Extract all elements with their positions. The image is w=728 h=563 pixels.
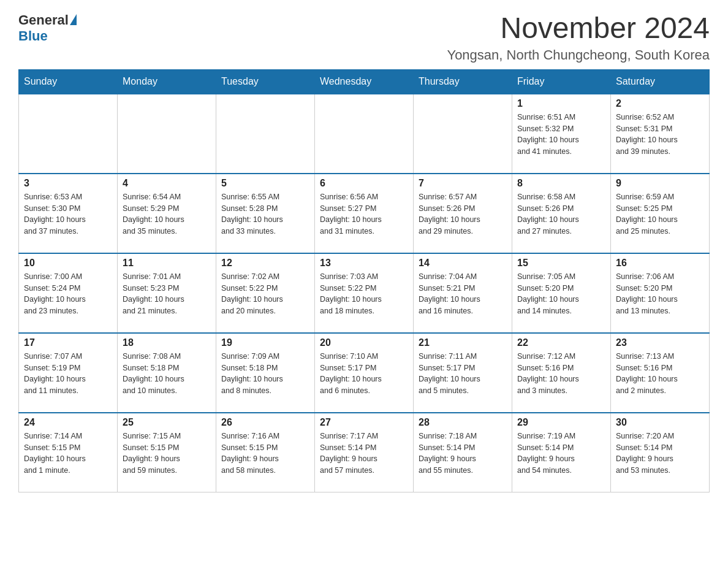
calendar-header-wednesday: Wednesday [315,69,414,94]
day-number: 22 [517,337,605,348]
calendar-header-friday: Friday [512,69,611,94]
day-info: Sunrise: 7:12 AMSunset: 5:16 PMDaylight:… [517,351,605,397]
day-info: Sunrise: 6:58 AMSunset: 5:26 PMDaylight:… [517,191,605,237]
day-number: 10 [24,258,112,269]
day-number: 11 [123,258,211,269]
day-info: Sunrise: 7:13 AMSunset: 5:16 PMDaylight:… [616,351,704,397]
day-info: Sunrise: 6:51 AMSunset: 5:32 PMDaylight:… [517,112,605,158]
calendar-cell [19,94,118,174]
day-number: 19 [221,337,309,348]
day-number: 16 [616,258,704,269]
day-number: 30 [616,417,704,428]
title-section: November 2024 Yongsan, North Chungcheong… [447,12,710,63]
location-title: Yongsan, North Chungcheong, South Korea [447,47,710,63]
calendar-week-row: 3Sunrise: 6:53 AMSunset: 5:30 PMDaylight… [19,174,710,253]
calendar-cell: 12Sunrise: 7:02 AMSunset: 5:22 PMDayligh… [216,253,315,333]
day-number: 8 [517,178,605,189]
calendar-header-thursday: Thursday [414,69,512,94]
day-info: Sunrise: 6:52 AMSunset: 5:31 PMDaylight:… [616,112,704,158]
calendar-cell: 18Sunrise: 7:08 AMSunset: 5:18 PMDayligh… [118,333,216,413]
day-number: 9 [616,178,704,189]
day-info: Sunrise: 7:04 AMSunset: 5:21 PMDaylight:… [419,271,507,317]
calendar-cell: 29Sunrise: 7:19 AMSunset: 5:14 PMDayligh… [512,413,611,492]
day-number: 4 [123,178,211,189]
calendar-cell: 28Sunrise: 7:18 AMSunset: 5:14 PMDayligh… [414,413,512,492]
day-number: 12 [221,258,309,269]
day-info: Sunrise: 7:01 AMSunset: 5:23 PMDaylight:… [123,271,211,317]
calendar-table: SundayMondayTuesdayWednesdayThursdayFrid… [18,69,710,493]
day-info: Sunrise: 7:15 AMSunset: 5:15 PMDaylight:… [123,431,211,477]
day-info: Sunrise: 7:06 AMSunset: 5:20 PMDaylight:… [616,271,704,317]
calendar-week-row: 10Sunrise: 7:00 AMSunset: 5:24 PMDayligh… [19,253,710,333]
day-number: 13 [320,258,408,269]
calendar-cell: 3Sunrise: 6:53 AMSunset: 5:30 PMDaylight… [19,174,118,253]
day-number: 6 [320,178,408,189]
day-info: Sunrise: 7:20 AMSunset: 5:14 PMDaylight:… [616,431,704,477]
calendar-cell: 11Sunrise: 7:01 AMSunset: 5:23 PMDayligh… [118,253,216,333]
day-number: 18 [123,337,211,348]
day-number: 21 [419,337,507,348]
calendar-header-row: SundayMondayTuesdayWednesdayThursdayFrid… [19,69,710,94]
calendar-cell: 10Sunrise: 7:00 AMSunset: 5:24 PMDayligh… [19,253,118,333]
day-info: Sunrise: 6:57 AMSunset: 5:26 PMDaylight:… [419,191,507,237]
calendar-cell [414,94,512,174]
month-title: November 2024 [447,12,710,45]
day-number: 25 [123,417,211,428]
calendar-cell: 22Sunrise: 7:12 AMSunset: 5:16 PMDayligh… [512,333,611,413]
calendar-cell: 17Sunrise: 7:07 AMSunset: 5:19 PMDayligh… [19,333,118,413]
calendar-header-monday: Monday [118,69,216,94]
day-info: Sunrise: 7:03 AMSunset: 5:22 PMDaylight:… [320,271,408,317]
day-info: Sunrise: 7:08 AMSunset: 5:18 PMDaylight:… [123,351,211,397]
calendar-cell: 24Sunrise: 7:14 AMSunset: 5:15 PMDayligh… [19,413,118,492]
logo-arrow-icon [70,14,77,25]
calendar-header-tuesday: Tuesday [216,69,315,94]
day-number: 1 [517,98,605,109]
calendar-cell: 20Sunrise: 7:10 AMSunset: 5:17 PMDayligh… [315,333,414,413]
calendar-cell: 26Sunrise: 7:16 AMSunset: 5:15 PMDayligh… [216,413,315,492]
day-info: Sunrise: 7:02 AMSunset: 5:22 PMDaylight:… [221,271,309,317]
day-info: Sunrise: 7:09 AMSunset: 5:18 PMDaylight:… [221,351,309,397]
day-info: Sunrise: 7:00 AMSunset: 5:24 PMDaylight:… [24,271,112,317]
day-info: Sunrise: 6:55 AMSunset: 5:28 PMDaylight:… [221,191,309,237]
calendar-cell: 13Sunrise: 7:03 AMSunset: 5:22 PMDayligh… [315,253,414,333]
calendar-cell: 27Sunrise: 7:17 AMSunset: 5:14 PMDayligh… [315,413,414,492]
day-info: Sunrise: 6:59 AMSunset: 5:25 PMDaylight:… [616,191,704,237]
calendar-cell: 25Sunrise: 7:15 AMSunset: 5:15 PMDayligh… [118,413,216,492]
calendar-cell [118,94,216,174]
logo-blue: Blue [18,28,48,44]
calendar-cell: 5Sunrise: 6:55 AMSunset: 5:28 PMDaylight… [216,174,315,253]
day-number: 14 [419,258,507,269]
logo-general: General [18,12,69,28]
day-number: 28 [419,417,507,428]
day-info: Sunrise: 7:18 AMSunset: 5:14 PMDaylight:… [419,431,507,477]
day-number: 27 [320,417,408,428]
day-info: Sunrise: 7:11 AMSunset: 5:17 PMDaylight:… [419,351,507,397]
day-number: 17 [24,337,112,348]
logo: General Blue [18,12,77,44]
calendar-cell: 2Sunrise: 6:52 AMSunset: 5:31 PMDaylight… [611,94,710,174]
day-info: Sunrise: 7:17 AMSunset: 5:14 PMDaylight:… [320,431,408,477]
day-number: 2 [616,98,704,109]
calendar-cell: 16Sunrise: 7:06 AMSunset: 5:20 PMDayligh… [611,253,710,333]
calendar-cell [315,94,414,174]
day-number: 7 [419,178,507,189]
day-info: Sunrise: 6:53 AMSunset: 5:30 PMDaylight:… [24,191,112,237]
day-number: 23 [616,337,704,348]
calendar-cell: 30Sunrise: 7:20 AMSunset: 5:14 PMDayligh… [611,413,710,492]
day-info: Sunrise: 7:19 AMSunset: 5:14 PMDaylight:… [517,431,605,477]
day-number: 3 [24,178,112,189]
calendar-week-row: 1Sunrise: 6:51 AMSunset: 5:32 PMDaylight… [19,94,710,174]
day-number: 29 [517,417,605,428]
calendar-cell [216,94,315,174]
calendar-cell: 4Sunrise: 6:54 AMSunset: 5:29 PMDaylight… [118,174,216,253]
day-info: Sunrise: 7:07 AMSunset: 5:19 PMDaylight:… [24,351,112,397]
calendar-cell: 1Sunrise: 6:51 AMSunset: 5:32 PMDaylight… [512,94,611,174]
day-info: Sunrise: 7:14 AMSunset: 5:15 PMDaylight:… [24,431,112,477]
calendar-cell: 7Sunrise: 6:57 AMSunset: 5:26 PMDaylight… [414,174,512,253]
day-info: Sunrise: 6:56 AMSunset: 5:27 PMDaylight:… [320,191,408,237]
calendar-week-row: 17Sunrise: 7:07 AMSunset: 5:19 PMDayligh… [19,333,710,413]
day-number: 26 [221,417,309,428]
calendar-cell: 6Sunrise: 6:56 AMSunset: 5:27 PMDaylight… [315,174,414,253]
calendar-cell: 21Sunrise: 7:11 AMSunset: 5:17 PMDayligh… [414,333,512,413]
day-info: Sunrise: 7:10 AMSunset: 5:17 PMDaylight:… [320,351,408,397]
